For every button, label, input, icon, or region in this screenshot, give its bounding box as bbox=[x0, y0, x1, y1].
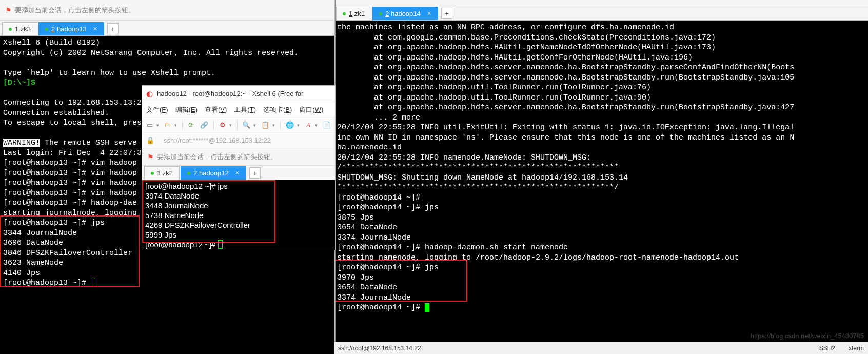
lock-icon: 🔒 bbox=[146, 136, 154, 144]
open-icon[interactable]: 🗀 bbox=[164, 121, 171, 130]
menu-item[interactable]: 工具(T) bbox=[234, 105, 256, 114]
copy-icon[interactable]: 📋 bbox=[261, 121, 269, 130]
tab-hadoop14[interactable]: 2 hadoop14 ✕ bbox=[372, 7, 438, 20]
reconnect-icon[interactable]: ⟳ bbox=[188, 121, 195, 130]
flag-icon: ⚑ bbox=[147, 153, 154, 161]
status-dot-icon bbox=[343, 12, 346, 15]
highlight-box bbox=[142, 180, 275, 243]
right-tab-strip: 1 zk1 2 hadoop14 ✕ + bbox=[334, 5, 868, 21]
status-conn: ssh://root@192.168.153.14:22 bbox=[338, 345, 421, 352]
right-status-bar: ssh://root@192.168.153.14:22 SSH2 xterm bbox=[334, 342, 868, 354]
app-icon: ◐ bbox=[146, 89, 153, 99]
menu-item[interactable]: 选项卡(B) bbox=[263, 105, 292, 114]
menu-item[interactable]: 文件(F) bbox=[146, 105, 168, 114]
close-icon[interactable]: ✕ bbox=[235, 170, 240, 176]
popup-hint-text: 要添加当前会话，点击左侧的箭头按钮。 bbox=[157, 152, 277, 162]
new-icon[interactable]: ▭ bbox=[146, 121, 153, 130]
status-dot-icon bbox=[187, 172, 190, 175]
right-hint-bar bbox=[334, 0, 868, 5]
status-dot-icon bbox=[379, 12, 382, 15]
watermark-text: https://blog.csdn.net/weixin_45480785 bbox=[751, 332, 864, 340]
menu-item[interactable]: 查看(V) bbox=[205, 105, 227, 114]
menu-item[interactable]: 窗口(W) bbox=[299, 105, 323, 114]
font-icon[interactable]: A bbox=[305, 121, 312, 130]
popup-xshell-window: ◐ hadoop12 - root@hadoop12:~ - Xshell 6 … bbox=[142, 85, 336, 250]
properties-icon[interactable]: ⚙ bbox=[219, 121, 226, 130]
status-termtype: xterm bbox=[849, 345, 864, 352]
menu-item[interactable]: 编辑(E) bbox=[175, 105, 198, 114]
tab-hadoop13[interactable]: 2 hadoop13 ✕ bbox=[38, 22, 104, 35]
popup-menubar: 文件(F)编辑(E)查看(V)工具(T)选项卡(B)窗口(W) bbox=[142, 102, 335, 117]
tab-hadoop12[interactable]: 2 hadoop12 ✕ bbox=[181, 166, 246, 180]
popup-titlebar[interactable]: ◐ hadoop12 - root@hadoop12:~ - Xshell 6 … bbox=[142, 86, 335, 102]
status-dot-icon bbox=[9, 28, 12, 31]
close-icon[interactable]: ✕ bbox=[93, 26, 97, 32]
popup-terminal[interactable]: [root@hadoop12 ~]# jps 3974 DataNode 344… bbox=[142, 180, 335, 250]
add-tab-button[interactable]: + bbox=[441, 8, 452, 19]
flag-icon: ⚑ bbox=[5, 6, 12, 14]
tab-zk3[interactable]: 1 zk3 bbox=[2, 22, 37, 35]
popup-title-text: hadoop12 - root@hadoop12:~ - Xshell 6 (F… bbox=[157, 90, 303, 97]
right-terminal[interactable]: the machines listed as an NN RPC address… bbox=[334, 21, 868, 319]
tab-zk1[interactable]: 1 zk1 bbox=[336, 7, 371, 20]
tab-zk2[interactable]: 1 zk2 bbox=[144, 166, 180, 180]
search-icon[interactable]: 🔍 bbox=[242, 121, 250, 130]
popup-address-input[interactable] bbox=[164, 136, 331, 144]
status-protocol: SSH2 bbox=[819, 345, 835, 352]
status-dot-icon bbox=[151, 172, 154, 175]
script-icon[interactable]: 📄 bbox=[323, 121, 331, 130]
popup-hint-bar: ⚑ 要添加当前会话，点击左侧的箭头按钮。 bbox=[142, 148, 335, 166]
left-hint-text: 要添加当前会话，点击左侧的箭头按钮。 bbox=[15, 6, 135, 15]
popup-address-bar: 🔒 bbox=[142, 133, 335, 148]
popup-tab-strip: 1 zk2 2 hadoop12 ✕ + bbox=[142, 166, 335, 180]
globe-icon[interactable]: 🌐 bbox=[286, 121, 294, 130]
close-icon[interactable]: ✕ bbox=[427, 10, 431, 17]
left-tab-strip: 1 zk3 2 hadoop13 ✕ + bbox=[0, 21, 334, 36]
add-tab-button[interactable]: + bbox=[249, 167, 261, 179]
left-hint-bar: ⚑ 要添加当前会话，点击左侧的箭头按钮。 bbox=[0, 0, 334, 21]
popup-toolbar: ▭▾ 🗀▾ ⟳ 🔗 ⚙▾ 🔍▾ 📋▾ 🌐▾ A▾ 📄 bbox=[142, 117, 335, 133]
disconnect-icon[interactable]: 🔗 bbox=[200, 121, 208, 130]
status-dot-icon bbox=[45, 28, 48, 31]
add-tab-button[interactable]: + bbox=[107, 23, 119, 34]
xshell-right-window: 1 zk1 2 hadoop14 ✕ + the machines listed… bbox=[334, 0, 868, 354]
